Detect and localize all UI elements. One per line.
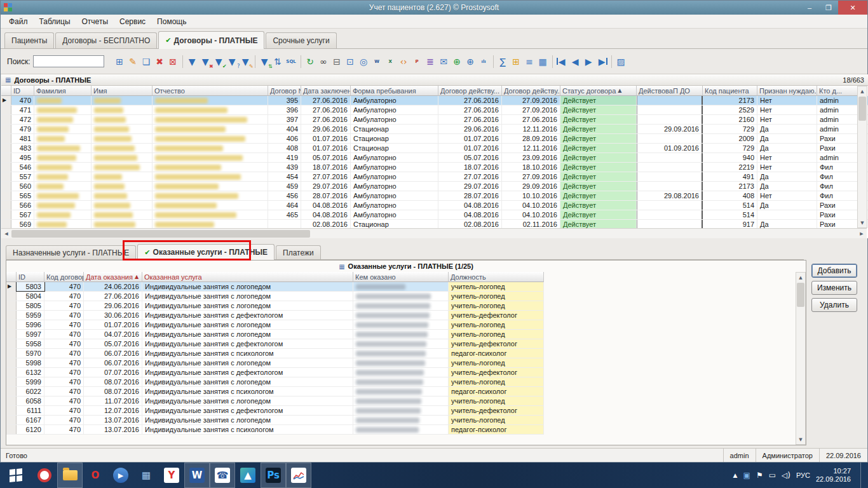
tab-item[interactable]: Срочные услуги [266, 32, 336, 48]
table-row[interactable]: 595847005.07.2016Индивидуальные занятия … [6, 339, 544, 349]
table-row[interactable]: 599847006.07.2016Индивидуальные занятия … [6, 358, 544, 368]
column-header[interactable]: Договор действу... [438, 86, 502, 96]
preview-icon[interactable]: ⊡ [344, 55, 357, 68]
maximize-button[interactable]: ❐ [819, 1, 838, 15]
column-header[interactable]: Оказанная услуга [142, 272, 353, 282]
scroll-left-icon[interactable]: ◀ [1, 229, 11, 238]
show-desktop-button[interactable] [860, 463, 865, 488]
print-icon[interactable]: ⊟ [330, 55, 344, 68]
app-calculator-icon[interactable]: ▦ [133, 463, 159, 488]
insert-row-icon[interactable]: ⊞ [510, 55, 523, 68]
tab-item[interactable]: Назначенные услуги - ПЛАТНЫЕ [6, 245, 136, 259]
copy-record-icon[interactable]: ❏ [140, 55, 153, 68]
tab-item[interactable]: Договоры - БЕСПЛАТНО [55, 32, 157, 48]
column-header[interactable]: Дата оказания▲ [84, 272, 142, 282]
export-email-icon[interactable]: ✉ [437, 55, 451, 68]
column-header[interactable]: Признан нуждаю... [757, 86, 817, 96]
sort-icon[interactable]: ⇅ [271, 55, 285, 68]
filter-apply-icon[interactable]: ▼✔ [212, 55, 226, 68]
column-header[interactable]: Имя [92, 86, 153, 96]
sql-icon[interactable]: SQL [285, 55, 298, 68]
menu-item[interactable]: Файл [3, 15, 34, 28]
contracts-horizontal-scrollbar[interactable]: ◀ ▶ [1, 228, 867, 238]
column-header[interactable]: ДействоваП ДО [637, 86, 703, 96]
find-icon[interactable]: ∞ [317, 55, 330, 68]
delete-record-icon[interactable]: ✖ [153, 55, 166, 68]
delete-button[interactable]: Удалить [811, 298, 857, 312]
table-row[interactable]: 48140601.07.2016Стационар01.07.201628.09… [1, 134, 868, 144]
export-html-icon[interactable]: ‹› [397, 55, 410, 68]
tab-active[interactable]: ✔Договоры - ПЛАТНЫЕ [158, 31, 264, 49]
table-row[interactable]: 47239727.06.2016Амбулаторно27.06.201627.… [1, 115, 868, 125]
scrollbar-thumb[interactable] [797, 283, 804, 307]
table-row[interactable]: 611147012.07.2016Индивидуальные занятия … [6, 406, 544, 416]
column-header[interactable]: Дата заключени... [301, 86, 351, 96]
app-opera-icon[interactable]: O [83, 463, 108, 488]
table-row[interactable]: 595947030.06.2016Индивидуальные занятия … [6, 311, 544, 320]
export-pdf-icon[interactable]: P [410, 55, 424, 68]
tab-item[interactable]: Платежи [276, 245, 321, 259]
app-photos-icon[interactable]: ▲ [235, 463, 261, 488]
export-globe-icon[interactable]: ⊕ [464, 55, 477, 68]
chart-icon[interactable]: ılı [477, 55, 491, 68]
add-record-icon[interactable]: ⊞ [113, 55, 126, 68]
column-header[interactable]: ID [11, 86, 34, 96]
table-row[interactable]: 49541905.07.2016Амбулаторно05.07.201623.… [1, 153, 868, 163]
table-row[interactable]: 56545628.07.2016Амбулаторно28.07.201610.… [1, 191, 868, 201]
column-header[interactable]: Фамилия [34, 86, 92, 96]
column-header[interactable]: Код договора [44, 272, 84, 282]
refresh-icon[interactable]: ↻ [304, 55, 317, 68]
table-row[interactable]: 56746504.08.2016Амбулаторно04.08.201604.… [1, 210, 868, 220]
sum-icon[interactable]: ∑ [496, 55, 510, 68]
table-row[interactable]: 599947008.07.2016Индивидуальные занятия … [6, 377, 544, 387]
app-explorer-icon[interactable] [57, 463, 83, 488]
table-row[interactable]: 48340801.07.2016Стационар01.07.201612.11… [1, 144, 868, 153]
nav-prev-icon[interactable]: ◀ [569, 55, 582, 68]
scroll-down-icon[interactable]: ▼ [796, 435, 805, 444]
clock[interactable]: 10:27 22.09.2016 [816, 467, 855, 484]
column-header[interactable]: Код пациента [703, 86, 757, 96]
start-button[interactable] [0, 463, 32, 488]
tray-volume-icon[interactable]: ◁) [782, 471, 790, 480]
nav-next-icon[interactable]: ▶ [582, 55, 595, 68]
table-row[interactable]: 599647001.07.2016Индивидуальные занятия … [6, 320, 544, 330]
image-view-icon[interactable]: ▨ [614, 55, 628, 68]
delete-table-icon[interactable]: ⊠ [166, 55, 180, 68]
table-row[interactable]: 56646404.08.2016Амбулаторно04.08.201604.… [1, 201, 868, 210]
app-yandex-icon[interactable]: Y [159, 463, 184, 488]
table-row[interactable]: 612047013.07.2016Индивидуальные занятия … [6, 425, 544, 435]
column-header[interactable]: Форма пребывания [351, 86, 438, 96]
menu-item[interactable]: Таблицы [34, 15, 76, 28]
table-row[interactable]: 47940429.06.2016Стационар29.06.201612.11… [1, 125, 868, 134]
table-row[interactable]: 55745427.07.2016Амбулаторно27.07.201627.… [1, 172, 868, 182]
tray-flag-icon[interactable]: ⚑ [756, 471, 763, 480]
language-indicator[interactable]: РУС [796, 471, 810, 479]
scroll-right-icon[interactable]: ▶ [857, 229, 867, 238]
table-row[interactable]: 602247008.07.2016Индивидуальные занятия … [6, 387, 544, 396]
column-header[interactable]: Отчество [153, 86, 268, 96]
edit-record-icon[interactable]: ✎ [126, 55, 140, 68]
column-header[interactable]: Договор № [268, 86, 301, 96]
tab-item[interactable]: Пациенты [4, 32, 54, 48]
table-row[interactable]: 605847011.07.2016Индивидуальные занятия … [6, 396, 544, 406]
table-row[interactable]: 613247007.07.2016Индивидуальные занятия … [6, 368, 544, 377]
filter-clear-icon[interactable]: ▼✖ [199, 55, 212, 68]
close-button[interactable]: ✕ [838, 1, 867, 15]
column-header[interactable]: Кто д... [817, 86, 858, 96]
table-row[interactable]: 56045929.07.2016Амбулаторно29.07.201629.… [1, 182, 868, 191]
table-row[interactable]: ▶580347024.06.2016Индивидуальные занятия… [6, 282, 544, 292]
table-row[interactable]: 597047006.07.2016Индивидуальные занятия … [6, 349, 544, 358]
tree-view-icon[interactable]: ≡ [523, 55, 536, 68]
scrollbar-thumb[interactable] [11, 230, 310, 238]
scroll-up-icon[interactable]: ▲ [796, 273, 805, 282]
filter-icon[interactable]: ▼ [186, 55, 199, 68]
column-header[interactable]: Кем оказано [353, 272, 449, 282]
app-photoshop-icon[interactable]: Ps [261, 463, 286, 488]
filter-query-icon[interactable]: ▼? [226, 55, 239, 68]
column-header[interactable]: Должность [449, 272, 544, 282]
menu-item[interactable]: Помощь [151, 15, 192, 28]
column-header[interactable]: Договор действу... [502, 86, 560, 96]
filter-edit-icon[interactable]: ▼✎ [239, 55, 252, 68]
table-row[interactable]: 47139627.06.2016Амбулаторно27.06.201627.… [1, 105, 868, 115]
tray-display-icon[interactable]: ▭ [769, 471, 776, 480]
